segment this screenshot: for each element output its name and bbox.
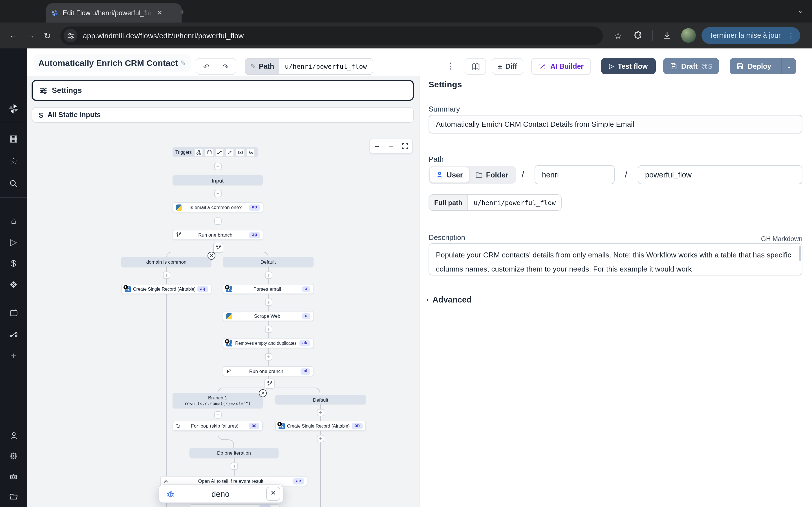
draft-label: Draft [681,62,698,70]
zoom-out-button[interactable]: − [384,139,398,153]
tab-close-icon[interactable]: ✕ [157,10,162,16]
variables-icon[interactable]: $ [0,259,27,268]
remove-branch-button[interactable]: ✕ [259,389,267,397]
deno-popup[interactable]: deno ✕ [158,485,284,503]
input-node[interactable]: Input [172,175,263,185]
workspace-icon[interactable]: ▦ [0,134,27,143]
branch-header-domain-is-common[interactable]: domain is common [121,257,211,267]
step-node-create-single-record[interactable]: TS Create Single Record (Airtable) aq [121,284,211,294]
add-step-button[interactable]: + [214,190,221,197]
add-step-button[interactable]: + [163,272,170,279]
zoom-in-button[interactable]: + [370,139,384,153]
windmill-logo-icon[interactable] [0,103,27,114]
ai-builder-button[interactable]: AI Builder [531,58,591,75]
new-tab-button[interactable]: + [179,7,185,17]
redo-button[interactable]: ↷ [215,58,236,75]
branch-header-default[interactable]: Default [223,257,313,267]
test-flow-button[interactable]: ▷ Test flow [601,58,656,74]
add-step-button[interactable]: + [265,298,272,306]
add-branch-button[interactable] [264,379,274,389]
site-info-icon[interactable] [64,29,77,42]
summary-input[interactable]: Automatically Enrich CRM Contact Details… [428,115,802,133]
triggers-node[interactable]: Triggers [172,147,258,157]
step-node-run-one-branch-2[interactable]: Run one branch al [223,366,313,376]
flow-path-chip[interactable]: ✎Path u/henri/powerful_flow [245,58,373,75]
all-static-inputs-card[interactable]: $ All Static Inputs [32,107,414,123]
add-item-icon[interactable]: + [0,351,27,360]
folder-toggle-option[interactable]: Folder [469,167,515,182]
add-step-button[interactable]: + [231,462,238,470]
reload-button[interactable]: ↻ [39,27,56,44]
add-step-button[interactable]: + [317,409,324,416]
step-node-for-loop[interactable]: ↻ For loop (skip failures) ac [172,421,263,431]
draft-shortcut: ⌘S [702,62,712,70]
step-node-parses-email[interactable]: TS Parses email a [223,284,313,294]
fit-view-button[interactable] [398,139,412,153]
user-toggle-option[interactable]: User [430,167,469,182]
user-icon[interactable] [0,432,27,440]
browser-update-button[interactable]: Terminer la mise à jour ⋮ [702,27,800,44]
webhook-icon[interactable] [195,148,203,156]
address-bar[interactable]: app.windmill.dev/flows/edit/u/henri/powe… [60,26,603,45]
home-icon[interactable]: ⌂ [0,216,27,225]
path-slash: / [522,169,524,180]
deploy-button[interactable]: Deploy ⌄ [730,58,796,74]
browser-tab[interactable]: Edit Flow u/henri/powerful_flo ✕ [46,3,182,22]
remove-branch-button[interactable]: ✕ [207,252,215,260]
chrome-menu-icon[interactable]: ⋮ [785,31,797,40]
description-textarea[interactable]: Populate your CRM contacts' details from… [428,243,802,276]
runs-icon[interactable]: ▷ [0,238,27,247]
flow-title-input[interactable]: Automatically Enrich CRM Contact✎ [34,54,191,71]
route-icon[interactable] [215,148,224,156]
branch-header-branch-1[interactable]: Branch 1 results.c.some((x)=>x!="") [172,393,263,408]
search-icon[interactable] [0,179,27,188]
websocket-icon[interactable] [225,148,234,156]
extensions-icon[interactable] [630,27,647,44]
schedule-icon[interactable] [205,148,214,156]
diff-button[interactable]: ±Diff [492,58,523,75]
tab-title: Edit Flow u/henri/powerful_flo [63,9,153,17]
settings-selected-card[interactable]: Settings [32,80,414,101]
favorites-star-icon[interactable]: ☆ [0,157,27,166]
window-chevron-icon[interactable]: ⌄ [794,4,808,18]
routes-icon[interactable] [0,330,27,339]
deploy-dropdown-chevron[interactable]: ⌄ [781,58,796,74]
add-step-button[interactable]: + [214,163,221,170]
downloads-icon[interactable] [659,27,675,44]
step-node-removes-duplicates[interactable]: TS Removes empty and duplicates ak [223,338,313,348]
popup-close-icon[interactable]: ✕ [266,487,280,501]
poll-icon[interactable] [246,148,255,156]
schedules-icon[interactable] [0,309,27,317]
step-node-create-single-record-2[interactable]: TS Create Single Record (Airtable) an [275,421,366,431]
add-branch-button[interactable] [213,243,223,253]
add-step-button[interactable]: + [265,326,272,333]
description-scrollbar[interactable] [799,246,801,261]
bookmark-star-icon[interactable]: ☆ [610,27,626,44]
add-step-button[interactable]: + [265,272,272,279]
step-node-run-one-branch[interactable]: Run one branch ap [172,230,263,240]
resources-icon[interactable]: ❖ [0,281,27,290]
profile-avatar[interactable] [681,28,696,43]
back-button[interactable]: ← [5,27,22,44]
folders-icon[interactable] [0,492,27,501]
add-step-button[interactable]: + [265,353,272,360]
add-step-button[interactable]: + [214,411,221,418]
undo-button[interactable]: ↶ [196,58,217,75]
flow-name-input[interactable]: powerful_flow [638,165,802,184]
more-options-icon[interactable]: ⋮ [447,61,455,71]
step-id-badge: ac [249,423,259,429]
workers-robot-icon[interactable] [0,472,27,481]
step-node-email-check[interactable]: Is email a common one? ao [172,202,263,212]
advanced-section-toggle[interactable]: › Advanced [426,295,472,304]
docs-book-button[interactable] [465,58,486,75]
add-step-button[interactable]: + [317,435,324,442]
forward-button[interactable]: → [22,27,39,44]
owner-input[interactable]: henri [535,165,615,184]
step-node-scrape-web[interactable]: Scrape Web c [223,311,313,321]
do-one-iteration-node[interactable]: Do one iteration [190,448,278,458]
add-step-button[interactable]: + [214,217,221,225]
email-icon[interactable] [236,148,245,156]
draft-button[interactable]: Draft ⌘S [663,58,719,74]
settings-gear-icon[interactable]: ⚙ [0,452,27,461]
branch-header-default-2[interactable]: Default [275,395,366,404]
